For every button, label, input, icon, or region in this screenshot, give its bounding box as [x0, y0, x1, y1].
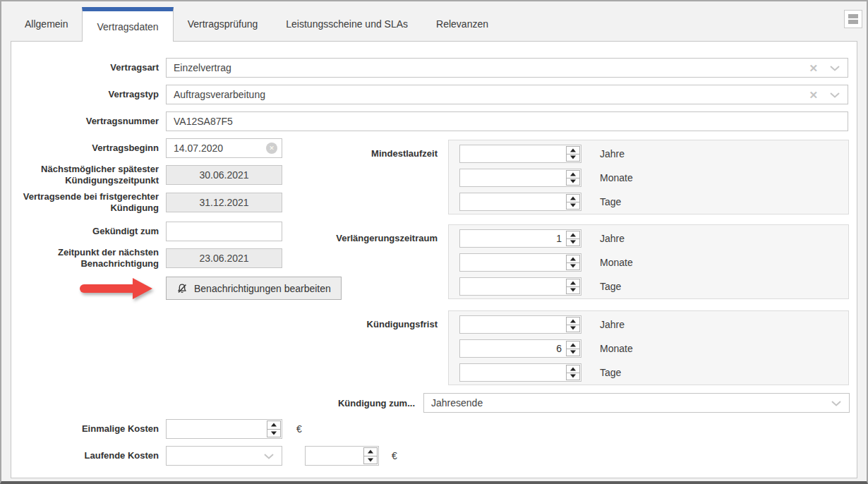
monate-unit-label: Monate: [600, 343, 633, 354]
tab-bar: Allgemein Vertragsdaten Vertragsprüfung …: [11, 7, 502, 42]
verlaengerungszeitraum-label: Verlängerungszeitraum: [247, 233, 438, 243]
kuendigung-zum-label: Kündigung zum...: [224, 398, 415, 409]
vertragsbeginn-label: Vertragsbeginn: [11, 143, 159, 154]
vertragsnummer-label: Vertragsnummer: [11, 116, 159, 127]
vertragsende-value: [166, 193, 282, 212]
jahre-unit-label: Jahre: [600, 148, 625, 159]
spin-down-button[interactable]: [567, 179, 579, 186]
spin-up-button[interactable]: [567, 341, 579, 349]
tab-allgemein[interactable]: Allgemein: [11, 7, 82, 41]
hamburger-menu-icon: [848, 14, 858, 18]
verlaengerungszeitraum-monate-input[interactable]: [459, 253, 581, 272]
vertragsart-label: Vertragsart: [11, 62, 159, 73]
mindestlaufzeit-monate-input[interactable]: [459, 169, 581, 187]
tab-leistungsscheine-slas[interactable]: Leistungsscheine und SLAs: [272, 7, 422, 41]
vertragstyp-value: Auftragsverarbeitung: [174, 89, 809, 100]
kuendigungsfrist-jahre-input[interactable]: [459, 315, 581, 334]
spin-down-button[interactable]: [567, 239, 579, 246]
mindestlaufzeit-jahre-input[interactable]: [459, 145, 581, 163]
chevron-down-icon[interactable]: [831, 400, 842, 406]
verlaengerungszeitraum-jahre-spinner[interactable]: [459, 229, 581, 248]
spin-up-button[interactable]: [567, 171, 579, 179]
mindestlaufzeit-monate-spinner[interactable]: [459, 169, 581, 187]
mindestlaufzeit-label: Mindestlaufzeit: [247, 148, 438, 159]
spin-down-button[interactable]: [567, 287, 579, 294]
spin-up-button[interactable]: [267, 421, 280, 430]
mindestlaufzeit-jahre-spinner[interactable]: [459, 145, 581, 163]
clear-x-icon[interactable]: ✕: [809, 63, 818, 73]
vertragstyp-combobox[interactable]: Auftragsverarbeitung ✕: [166, 85, 848, 104]
tab-vertragspruefung[interactable]: Vertragsprüfung: [174, 7, 272, 41]
mindestlaufzeit-tage-spinner[interactable]: [459, 193, 581, 211]
spin-down-button[interactable]: [567, 373, 579, 380]
spin-down-button[interactable]: [364, 456, 377, 464]
verlaengerungszeitraum-jahre-input[interactable]: [459, 229, 581, 248]
tage-unit-label: Tage: [600, 281, 621, 292]
arrow-tail: [80, 284, 135, 293]
kuendigungsfrist-tage-spinner[interactable]: [459, 363, 581, 382]
red-arrow-annotation: [80, 278, 152, 299]
bell-slash-icon: [176, 283, 188, 294]
euro-symbol: €: [296, 423, 302, 435]
tab-relevanzen[interactable]: Relevanzen: [422, 7, 502, 41]
naechste-benachrichtigung-value: [166, 248, 282, 268]
spin-up-button[interactable]: [567, 195, 579, 202]
spin-up-button[interactable]: [567, 317, 579, 325]
spin-down-button[interactable]: [267, 430, 280, 437]
vertragsende-label: Vertragsende bei fristgerechter Kündigun…: [11, 191, 159, 214]
einmalige-kosten-label: Einmalige Kosten: [11, 423, 159, 435]
kuendigungsfrist-label: Kündigungsfrist: [247, 319, 438, 329]
verlaengerungszeitraum-monate-spinner[interactable]: [459, 253, 581, 272]
laufende-kosten-interval-combobox[interactable]: [166, 446, 282, 466]
laufende-kosten-label: Laufende Kosten: [11, 450, 159, 461]
einmalige-kosten-input[interactable]: [166, 419, 282, 439]
vertragsart-value: Einzelvertrag: [174, 62, 809, 73]
kuendigungsfrist-jahre-spinner[interactable]: [459, 315, 581, 334]
benachrichtigungen-bearbeiten-button[interactable]: Benachrichtigungen bearbeiten: [166, 277, 342, 300]
verlaengerungszeitraum-group: Jahre Monate Tage: [448, 224, 849, 299]
spin-up-button[interactable]: [567, 147, 579, 155]
monate-unit-label: Monate: [600, 257, 633, 268]
kuendigungsfrist-monate-spinner[interactable]: [459, 339, 581, 358]
spin-down-button[interactable]: [567, 263, 579, 270]
chevron-down-icon[interactable]: [829, 65, 840, 71]
vertragsart-combobox[interactable]: Einzelvertrag ✕: [166, 58, 848, 78]
chevron-down-icon[interactable]: [263, 453, 275, 459]
laufende-kosten-spinner[interactable]: [305, 446, 379, 466]
vertragsnummer-input[interactable]: [166, 111, 848, 131]
verlaengerungszeitraum-tage-spinner[interactable]: [459, 277, 581, 296]
kuendigungsfrist-monate-input[interactable]: [459, 339, 581, 358]
spin-down-button[interactable]: [567, 155, 579, 162]
vertragstyp-label: Vertragstyp: [11, 89, 159, 100]
spin-down-button[interactable]: [567, 325, 579, 332]
einmalige-kosten-spinner[interactable]: [166, 419, 282, 439]
spin-up-button[interactable]: [364, 448, 377, 456]
vertragsdaten-panel: Vertragsart Einzelvertrag ✕ Vertragstyp …: [11, 41, 857, 478]
naechste-benachrichtigung-label: Zeitpunkt der nächsten Benachrichtigung: [11, 247, 159, 270]
spin-down-button[interactable]: [567, 202, 579, 210]
tage-unit-label: Tage: [600, 196, 621, 207]
spin-up-button[interactable]: [567, 231, 579, 239]
app-window: Allgemein Vertragsdaten Vertragsprüfung …: [0, 0, 868, 484]
kuendigung-zum-value: Jahresende: [431, 397, 831, 409]
benachrichtigungen-bearbeiten-label: Benachrichtigungen bearbeiten: [194, 283, 331, 294]
hamburger-menu-button[interactable]: [844, 10, 862, 28]
spin-up-button[interactable]: [567, 255, 579, 263]
kuendigungszeitpunkt-value: [166, 165, 282, 185]
gekuendigt-zum-label: Gekündigt zum: [11, 226, 159, 237]
spin-down-button[interactable]: [567, 349, 579, 356]
monate-unit-label: Monate: [600, 172, 633, 183]
jahre-unit-label: Jahre: [600, 233, 625, 244]
clear-x-icon[interactable]: ✕: [809, 90, 818, 100]
kuendigung-zum-combobox[interactable]: Jahresende: [423, 393, 850, 413]
tab-vertragsdaten[interactable]: Vertragsdaten: [82, 7, 173, 42]
spin-up-button[interactable]: [567, 365, 579, 373]
kuendigungsfrist-group: Jahre Monate Tage: [448, 310, 849, 385]
chevron-down-icon[interactable]: [829, 92, 840, 98]
mindestlaufzeit-tage-input[interactable]: [459, 193, 581, 211]
verlaengerungszeitraum-tage-input[interactable]: [459, 277, 581, 296]
kuendigungsfrist-tage-input[interactable]: [459, 363, 581, 382]
kuendigungszeitpunkt-label: Nächstmöglicher spätester Kündigungszeit…: [11, 164, 159, 186]
spin-up-button[interactable]: [567, 279, 579, 287]
mindestlaufzeit-group: Jahre Monate Tage: [448, 140, 849, 214]
